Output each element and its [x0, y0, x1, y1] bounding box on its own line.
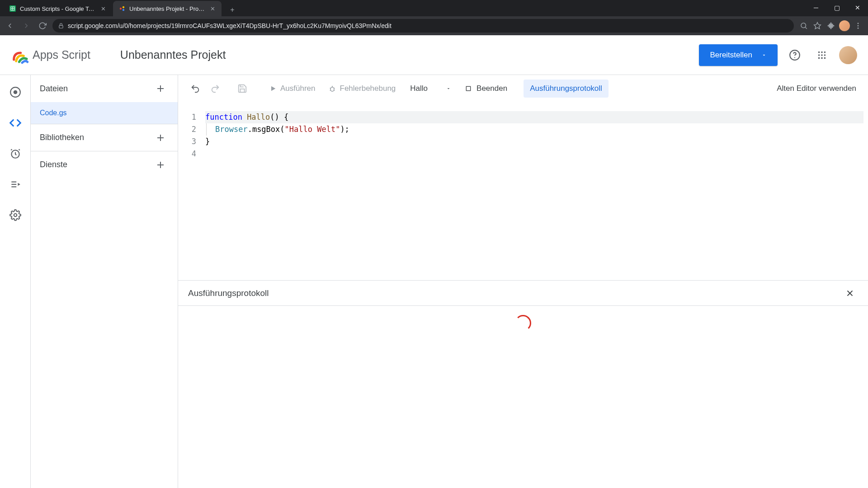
files-section-header: Dateien [31, 75, 178, 102]
browser-tab[interactable]: Custom Scripts - Google Tabellen ✕ [4, 1, 112, 16]
files-label: Dateien [40, 84, 68, 94]
add-service-button[interactable] [152, 157, 169, 173]
profile-avatar[interactable] [838, 19, 851, 32]
svg-marker-40 [271, 86, 275, 91]
product-name: Apps Script [33, 48, 90, 61]
svg-point-24 [821, 57, 823, 59]
add-library-button[interactable] [152, 130, 169, 146]
svg-point-8 [801, 23, 806, 28]
zoom-icon[interactable] [797, 19, 810, 32]
app-body: Dateien Code.gs Bibliotheken Dienste [0, 75, 868, 488]
editor-column: Ausführen Fehlerbehebung Hallo Beenden [178, 75, 868, 488]
extensions-icon[interactable] [825, 19, 837, 32]
svg-marker-10 [814, 23, 821, 29]
editor-nav-icon[interactable] [6, 114, 24, 132]
apps-script-favicon-icon [118, 5, 126, 12]
run-label: Ausführen [280, 84, 316, 93]
code-editor[interactable]: 1234 function Hallo() {Browser.msgBox("H… [178, 102, 868, 280]
window-controls: ─ ▢ ✕ [806, 0, 868, 15]
svg-point-5 [123, 6, 124, 8]
log-label: Ausführungsprotokoll [530, 84, 602, 93]
close-icon[interactable]: ✕ [99, 5, 107, 12]
account-avatar[interactable] [839, 46, 857, 64]
browser-menu-icon[interactable] [852, 19, 864, 32]
close-icon[interactable]: ✕ [209, 5, 216, 12]
log-panel-title: Ausführungsprotokoll [188, 288, 269, 298]
tab-strip: Custom Scripts - Google Tabellen ✕ Unben… [0, 0, 868, 16]
line-number-gutter: 1234 [178, 102, 201, 280]
new-tab-button[interactable]: + [226, 4, 239, 16]
reload-button[interactable] [36, 19, 49, 32]
undo-button[interactable] [186, 80, 204, 98]
overview-nav-icon[interactable] [6, 83, 24, 101]
execution-log-button[interactable]: Ausführungsprotokoll [524, 80, 609, 98]
settings-nav-icon[interactable] [6, 206, 24, 224]
forward-button[interactable] [20, 19, 33, 32]
file-panel: Dateien Code.gs Bibliotheken Dienste [31, 75, 178, 488]
file-item[interactable]: Code.gs [31, 102, 178, 124]
help-button[interactable] [785, 45, 805, 65]
svg-point-6 [123, 9, 124, 11]
svg-point-11 [858, 23, 859, 24]
address-bar[interactable]: script.google.com/u/0/home/projects/19lr… [52, 19, 794, 33]
save-button[interactable] [233, 80, 251, 98]
bookmark-icon[interactable] [811, 19, 824, 32]
log-panel-header: Ausführungsprotokoll [178, 281, 868, 306]
nav-rail [0, 75, 31, 488]
svg-rect-7 [59, 25, 63, 28]
run-button[interactable]: Ausführen [264, 80, 321, 98]
svg-point-20 [818, 54, 820, 56]
function-selector[interactable]: Hallo [403, 80, 458, 98]
apps-script-app: Apps Script Unbenanntes Projekt Bereitst… [0, 35, 868, 488]
log-panel-body [178, 306, 868, 488]
svg-point-13 [858, 28, 859, 29]
svg-point-21 [821, 54, 823, 56]
tab-title: Unbenanntes Projekt - Projekt-E [129, 5, 205, 12]
svg-point-23 [818, 57, 820, 59]
executions-nav-icon[interactable] [6, 175, 24, 193]
deploy-button[interactable]: Bereitstellen [699, 44, 778, 66]
svg-point-12 [858, 25, 859, 27]
svg-point-19 [824, 51, 826, 53]
svg-marker-14 [763, 55, 765, 56]
lock-icon [58, 23, 64, 29]
code-content[interactable]: function Hallo() {Browser.msgBox("Hallo … [201, 102, 868, 280]
close-log-button[interactable] [842, 285, 858, 301]
svg-point-16 [794, 57, 795, 58]
libraries-label: Bibliotheken [40, 133, 84, 142]
project-title[interactable]: Unbenanntes Projekt [120, 48, 226, 61]
browser-chrome: ─ ▢ ✕ Custom Scripts - Google Tabellen ✕… [0, 0, 868, 35]
apps-menu-button[interactable] [812, 45, 832, 65]
window-close-button[interactable]: ✕ [847, 0, 868, 15]
file-name: Code.gs [40, 109, 67, 117]
function-name: Hallo [410, 84, 428, 93]
svg-marker-32 [18, 183, 20, 186]
chevron-down-icon [761, 52, 767, 58]
browser-tab[interactable]: Unbenanntes Projekt - Projekt-E ✕ [113, 1, 222, 16]
apps-script-logo-icon [11, 46, 29, 64]
legacy-editor-link[interactable]: Alten Editor verwenden [773, 84, 860, 93]
chevron-down-icon [446, 86, 451, 91]
libraries-section-header: Bibliotheken [31, 124, 178, 151]
stop-button[interactable]: Beenden [460, 84, 512, 93]
sheets-favicon-icon [9, 5, 16, 12]
back-button[interactable] [4, 19, 16, 32]
debug-button[interactable]: Fehlerbehebung [323, 80, 401, 98]
execution-log-panel: Ausführungsprotokoll [178, 280, 868, 488]
services-label: Dienste [40, 160, 67, 169]
window-minimize-button[interactable]: ─ [806, 0, 826, 15]
product-logo[interactable]: Apps Script [11, 46, 90, 64]
svg-point-17 [818, 51, 820, 53]
app-header: Apps Script Unbenanntes Projekt Bereitst… [0, 35, 868, 75]
redo-button[interactable] [206, 80, 224, 98]
window-maximize-button[interactable]: ▢ [826, 0, 847, 15]
svg-line-9 [805, 27, 807, 28]
address-bar-row: script.google.com/u/0/home/projects/19lr… [0, 16, 868, 35]
add-file-button[interactable] [152, 80, 169, 97]
svg-point-25 [824, 57, 826, 59]
url-text: script.google.com/u/0/home/projects/19lr… [68, 22, 392, 29]
triggers-nav-icon[interactable] [6, 145, 24, 163]
svg-point-33 [14, 214, 17, 217]
svg-point-27 [13, 90, 17, 94]
svg-marker-42 [448, 88, 450, 89]
